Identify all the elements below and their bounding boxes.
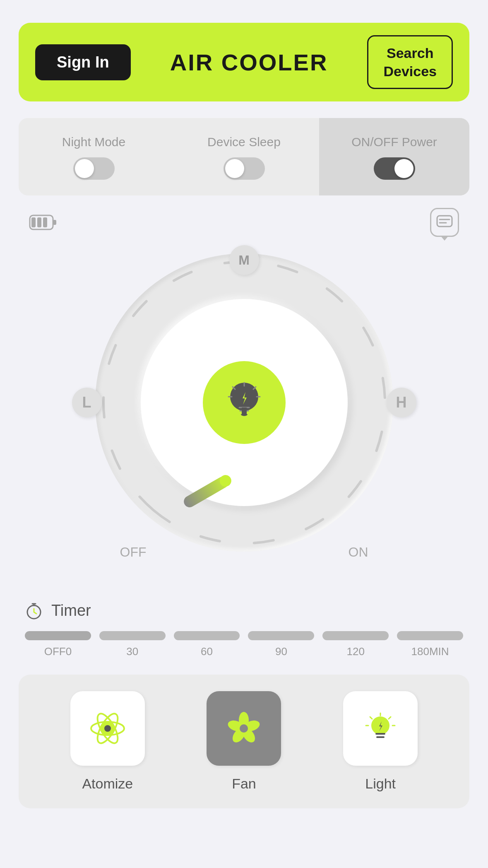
light-icon — [362, 710, 399, 747]
atomize-label: Atomize — [82, 776, 133, 792]
timer-title: Timer — [51, 602, 91, 620]
svg-rect-5 — [437, 216, 452, 227]
search-devices-label: SearchDevices — [383, 45, 437, 79]
timer-icon — [25, 601, 43, 620]
power-toggle[interactable] — [374, 157, 415, 180]
timer-header: Timer — [25, 601, 463, 620]
dial-outer[interactable]: M L H — [95, 253, 393, 552]
dial-label-off: OFF — [120, 545, 147, 560]
timer-label-4: 120 — [347, 645, 365, 658]
timer-label-0: OFF0 — [44, 645, 72, 658]
icon-row — [29, 208, 459, 237]
atomize-mode-button[interactable]: Atomize — [70, 691, 145, 792]
device-sleep-label: Device Sleep — [207, 134, 281, 150]
timer-bar-3 — [248, 631, 314, 640]
atomize-icon-wrap — [70, 691, 145, 766]
dial-label-h: H — [387, 388, 416, 417]
timer-bar-5 — [397, 631, 463, 640]
timer-label-1: 30 — [126, 645, 138, 658]
app-title: AIR COOLER — [170, 49, 328, 76]
svg-rect-1 — [31, 217, 36, 227]
timer-label-3: 90 — [275, 645, 287, 658]
timer-bar-1 — [99, 631, 166, 640]
dial-label-m: M — [229, 245, 259, 275]
search-devices-button[interactable]: SearchDevices — [367, 35, 453, 89]
timer-bar-180[interactable]: 180MIN — [397, 631, 463, 658]
timer-bar-off0[interactable]: OFF0 — [25, 631, 91, 658]
light-label: Light — [365, 776, 396, 792]
bulb-icon-container — [203, 361, 286, 444]
timer-bar-30[interactable]: 30 — [99, 631, 166, 658]
device-sleep-control: Device Sleep — [169, 118, 319, 195]
night-mode-control: Night Mode — [19, 118, 169, 195]
device-sleep-toggle[interactable] — [224, 157, 265, 180]
timer-bar-90[interactable]: 90 — [248, 631, 314, 658]
timer-bar-4 — [322, 631, 389, 640]
timer-bar-2 — [174, 631, 240, 640]
controls-bar: Night Mode Device Sleep ON/OFF Power — [19, 118, 469, 195]
dial-section: M L H — [83, 241, 406, 564]
svg-point-15 — [104, 725, 111, 732]
timer-label-2: 60 — [201, 645, 213, 658]
svg-rect-3 — [43, 217, 47, 227]
dial-label-l: L — [72, 388, 102, 417]
night-mode-label: Night Mode — [62, 134, 125, 150]
fan-mode-button[interactable]: Fan — [207, 691, 281, 792]
light-mode-button[interactable]: Light — [343, 691, 418, 792]
svg-rect-2 — [37, 217, 41, 227]
battery-icon — [29, 215, 57, 230]
sign-in-button[interactable]: Sign In — [35, 44, 131, 80]
timer-bar-0 — [25, 631, 91, 640]
night-mode-toggle[interactable] — [73, 157, 115, 180]
power-control: ON/OFF Power — [319, 118, 469, 195]
bulb-svg — [224, 378, 265, 427]
dial-label-on: ON — [349, 545, 368, 560]
mode-buttons: Atomize Fan Ligh — [19, 675, 469, 808]
timer-bars: OFF0 30 60 90 120 180MIN — [25, 631, 463, 658]
svg-rect-4 — [53, 220, 56, 225]
timer-bar-120[interactable]: 120 — [322, 631, 389, 658]
fan-icon — [225, 710, 262, 747]
dial-inner — [141, 299, 348, 506]
message-icon[interactable] — [430, 208, 459, 237]
light-icon-wrap — [343, 691, 418, 766]
atomize-icon — [89, 710, 126, 747]
power-label: ON/OFF Power — [351, 134, 437, 150]
timer-bar-60[interactable]: 60 — [174, 631, 240, 658]
timer-section: Timer OFF0 30 60 90 120 180MIN — [25, 601, 463, 658]
svg-point-21 — [240, 724, 248, 733]
timer-label-5: 180MIN — [411, 645, 449, 658]
fan-label: Fan — [232, 776, 256, 792]
header: Sign In AIR COOLER SearchDevices — [19, 23, 469, 101]
fan-icon-wrap — [207, 691, 281, 766]
